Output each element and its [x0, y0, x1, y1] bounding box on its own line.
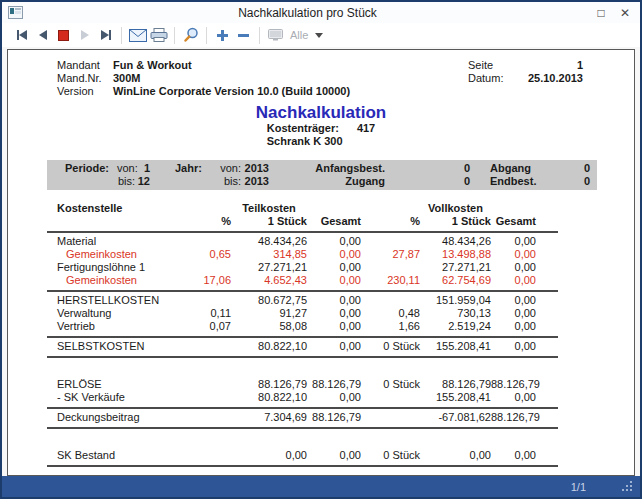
window-icon	[8, 6, 23, 19]
cell-kostenstelle: Verwaltung	[47, 307, 187, 320]
next-page-button[interactable]	[74, 25, 95, 45]
seite-value: 1	[516, 59, 583, 72]
cell-vk-gesamt: 0,00	[491, 307, 536, 320]
column-group-teilkosten: Teilkosten	[231, 202, 307, 215]
cell-tk-pct	[187, 449, 231, 462]
table-header-rule	[47, 231, 558, 233]
email-button[interactable]	[127, 25, 148, 45]
toolbar-separator	[206, 27, 207, 44]
cell-vk-stueck: 13.498,88	[420, 248, 491, 261]
report-header-left: MandantFun & Workout Mand.Nr.300M Versio…	[57, 59, 350, 98]
cell-kostenstelle: Gemeinkosten	[47, 248, 187, 261]
cell-vk-stueck: 155.208,41	[420, 340, 491, 353]
cell-tk-gesamt: 0,00	[307, 248, 361, 261]
cell-tk-pct: 0,65	[187, 248, 231, 261]
cell-vk-stueck: 48.434,26	[420, 235, 491, 248]
cell-tk-gesamt: 0,00	[307, 391, 361, 404]
table-sub-header: % 1 Stück Gesamt % 1 Stück Gesamt	[47, 215, 536, 228]
cell-vk-stueck: 88.126,79	[420, 378, 491, 391]
cell-vk-gesamt: 0,00	[491, 320, 536, 333]
cell-vk-gesamt: 0,00	[491, 294, 536, 307]
magnifier-icon	[183, 27, 199, 43]
previous-page-icon	[39, 30, 47, 40]
table-rule	[47, 290, 558, 292]
cell-vk-gesamt: 88.126,79	[491, 378, 536, 391]
print-button[interactable]	[148, 25, 169, 45]
stop-button[interactable]	[53, 25, 74, 45]
cell-tk-stueck: 4.652,43	[231, 274, 307, 287]
table-row: - SK Verkäufe80.822,100,00155.208,410,00	[47, 391, 536, 404]
display-button[interactable]	[265, 25, 286, 45]
cell-tk-stueck: 80.822,10	[231, 340, 307, 353]
zoom-in-button[interactable]	[212, 25, 233, 45]
cell-vk-pct: 1,66	[361, 320, 420, 333]
report-page: MandantFun & Workout Mand.Nr.300M Versio…	[7, 49, 635, 476]
resize-grip-icon[interactable]	[622, 481, 634, 493]
cell-vk-stueck: 155.208,41	[420, 391, 491, 404]
abgang-value: 0	[560, 162, 590, 175]
kostentraeger-label: Kostenträger:	[267, 122, 339, 134]
zoom-button[interactable]	[180, 25, 201, 45]
kostentraeger-subject: Schrank K 300	[267, 135, 375, 148]
cell-vk-gesamt: 0,00	[491, 274, 536, 287]
cell-tk-pct	[187, 391, 231, 404]
toolbar-separator	[121, 27, 122, 44]
report-header-right: Seite1 Datum:25.10.2013	[468, 59, 583, 98]
periode-label: Periode:	[65, 162, 117, 175]
table-row: Material48.434,260,0048.434,260,00	[47, 235, 536, 248]
anfangsbest-value: 0	[385, 162, 470, 175]
pages-dropdown-button[interactable]	[311, 25, 325, 45]
cell-vk-pct	[361, 294, 420, 307]
close-icon[interactable]: ✕	[616, 5, 634, 21]
cell-tk-gesamt: 88.126,79	[307, 411, 361, 424]
mandnr-value: 300M	[113, 72, 141, 85]
cell-tk-stueck: 0,00	[231, 449, 307, 462]
cell-tk-stueck: 27.271,21	[231, 261, 307, 274]
cell-tk-stueck: 7.304,69	[231, 411, 307, 424]
zoom-out-button[interactable]	[233, 25, 254, 45]
version-label: Version	[57, 85, 113, 98]
cell-kostenstelle: ERLÖSE	[47, 378, 187, 391]
plus-icon	[216, 29, 229, 42]
cell-vk-gesamt: 88.126,79	[491, 411, 536, 424]
report-header: MandantFun & Workout Mand.Nr.300M Versio…	[57, 59, 583, 98]
table-row: ERLÖSE88.126,7988.126,790 Stück88.126,79…	[47, 378, 536, 391]
cell-kostenstelle: Deckungsbeitrag	[47, 411, 187, 424]
cell-vk-gesamt: 0,00	[491, 248, 536, 261]
toolbar-separator	[259, 27, 260, 44]
table-row: SK Bestand0,000,000 Stück0,000,00	[47, 449, 536, 462]
cell-vk-pct	[361, 261, 420, 274]
cell-tk-stueck: 48.434,26	[231, 235, 307, 248]
column-group-vollkosten: Vollkosten	[420, 202, 491, 215]
cell-vk-pct: 0 Stück	[361, 378, 420, 391]
period-band: Periode: von: 1 Jahr: von: 2013 Anfangsb…	[47, 160, 597, 190]
table-row: Gemeinkosten17,064.652,430,00230,1162.75…	[47, 274, 536, 287]
cell-vk-gesamt: 0,00	[491, 449, 536, 462]
first-page-button[interactable]	[11, 25, 32, 45]
column-header-tk-pct: %	[187, 215, 231, 228]
cell-vk-pct: 0 Stück	[361, 449, 420, 462]
title-bar[interactable]: Nachkalkulation pro Stück □ ✕	[2, 2, 640, 23]
cell-tk-pct	[187, 340, 231, 353]
cell-tk-pct	[187, 294, 231, 307]
table-row: Gemeinkosten0,65314,850,0027,8713.498,88…	[47, 248, 536, 261]
cell-kostenstelle: SELBSTKOSTEN	[47, 340, 187, 353]
cell-tk-pct	[187, 235, 231, 248]
cell-tk-gesamt: 0,00	[307, 320, 361, 333]
display-icon	[268, 29, 283, 41]
table-spacer	[47, 431, 558, 449]
cell-vk-stueck: 151.959,04	[420, 294, 491, 307]
cell-tk-gesamt: 0,00	[307, 235, 361, 248]
last-page-button[interactable]	[95, 25, 116, 45]
toolbar-separator	[174, 27, 175, 44]
previous-page-button[interactable]	[32, 25, 53, 45]
cell-vk-stueck: 2.519,24	[420, 320, 491, 333]
cell-tk-pct: 17,06	[187, 274, 231, 287]
maximize-icon[interactable]: □	[592, 5, 610, 21]
cell-vk-stueck: 0,00	[420, 449, 491, 462]
seite-label: Seite	[468, 59, 516, 72]
mandnr-label: Mand.Nr.	[57, 72, 113, 85]
cell-tk-stueck: 80.822,10	[231, 391, 307, 404]
title-block: Nachkalkulation Kostenträger:417 Schrank…	[8, 104, 634, 148]
email-icon	[129, 29, 147, 42]
